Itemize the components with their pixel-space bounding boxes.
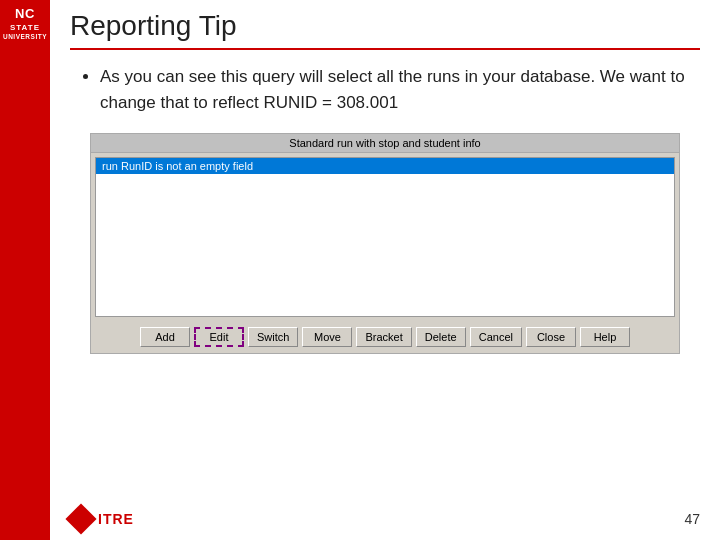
cancel-button[interactable]: Cancel [470,327,522,347]
footer: ITRE 47 [50,508,720,530]
dialog-selected-row[interactable]: run RunID is not an empty field [96,158,674,174]
dialog-buttons: Add Edit Switch Move Bracket Delete Canc… [91,321,679,353]
edit-button[interactable]: Edit [194,327,244,347]
help-button[interactable]: Help [580,327,630,347]
state-text: STATE [3,23,47,33]
dialog-content: run RunID is not an empty field [95,157,675,317]
nc-text: NC [3,6,47,23]
page-title: Reporting Tip [70,10,700,42]
university-text: UNIVERSITY [3,33,47,41]
itre-diamond-icon [65,503,96,534]
add-button[interactable]: Add [140,327,190,347]
nc-state-logo: NC STATE UNIVERSITY [3,6,47,42]
bullet-section: As you can see this query will select al… [70,64,700,115]
page-title-area: Reporting Tip [70,10,700,50]
delete-button[interactable]: Delete [416,327,466,347]
page-number: 47 [684,511,700,527]
bullet-list: As you can see this query will select al… [100,64,700,115]
dialog-body [96,174,674,314]
dialog-title-bar: Standard run with stop and student info [91,134,679,153]
switch-button[interactable]: Switch [248,327,298,347]
itre-label: ITRE [98,511,134,527]
close-button[interactable]: Close [526,327,576,347]
move-button[interactable]: Move [302,327,352,347]
nc-state-sidebar: NC STATE UNIVERSITY [0,0,50,540]
bullet-item: As you can see this query will select al… [100,64,700,115]
main-content: Reporting Tip As you can see this query … [50,0,720,540]
dialog-box: Standard run with stop and student info … [90,133,680,354]
itre-logo: ITRE [70,508,134,530]
bracket-button[interactable]: Bracket [356,327,411,347]
